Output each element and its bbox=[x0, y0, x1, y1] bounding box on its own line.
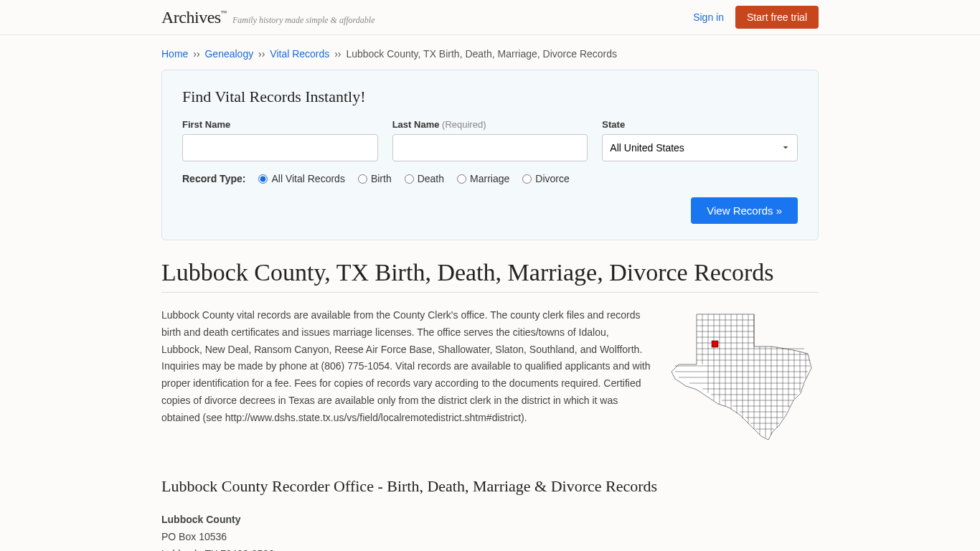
search-box: Find Vital Records Instantly! First Name… bbox=[161, 70, 819, 240]
radio-marriage-input[interactable] bbox=[457, 174, 466, 184]
radio-marriage[interactable]: Marriage bbox=[457, 173, 509, 184]
address-block: Lubbock County PO Box 10536 Lubbock, TX … bbox=[161, 512, 819, 551]
breadcrumb-sep: ›› bbox=[193, 48, 199, 60]
state-select[interactable]: All United States bbox=[602, 134, 798, 161]
address-po: PO Box 10536 bbox=[161, 529, 819, 546]
last-name-label: Last Name (Required) bbox=[392, 119, 588, 130]
logo[interactable]: Archives™ bbox=[161, 8, 227, 27]
breadcrumb-sep: ›› bbox=[334, 48, 341, 60]
address-name: Lubbock County bbox=[161, 512, 819, 529]
start-trial-button[interactable]: Start free trial bbox=[735, 6, 819, 29]
first-name-input[interactable] bbox=[182, 134, 378, 161]
last-name-input[interactable] bbox=[392, 134, 588, 161]
radio-death[interactable]: Death bbox=[405, 173, 444, 184]
breadcrumb-home[interactable]: Home bbox=[161, 48, 188, 60]
record-type-label: Record Type: bbox=[182, 173, 245, 184]
lubbock-county-marker bbox=[712, 341, 718, 347]
radio-death-input[interactable] bbox=[405, 174, 414, 184]
view-records-button[interactable]: View Records » bbox=[691, 197, 798, 224]
breadcrumb-sep: ›› bbox=[258, 48, 265, 60]
content-row: Lubbock County vital records are availab… bbox=[161, 307, 819, 453]
site-header: Archives™ Family history made simple & a… bbox=[0, 0, 980, 35]
radio-divorce-input[interactable] bbox=[522, 174, 532, 184]
intro-text: Lubbock County vital records are availab… bbox=[161, 307, 651, 453]
recorder-title: Lubbock County Recorder Office - Birth, … bbox=[161, 477, 819, 496]
breadcrumb-current: Lubbock County, TX Birth, Death, Marriag… bbox=[346, 48, 617, 60]
radio-divorce[interactable]: Divorce bbox=[522, 173, 569, 184]
page-title: Lubbock County, TX Birth, Death, Marriag… bbox=[161, 259, 819, 293]
radio-all[interactable]: All Vital Records bbox=[258, 173, 344, 184]
first-name-group: First Name bbox=[182, 119, 378, 161]
breadcrumb: Home ›› Genealogy ›› Vital Records ›› Lu… bbox=[161, 35, 819, 70]
header-actions: Sign in Start free trial bbox=[693, 6, 819, 29]
state-label: State bbox=[602, 119, 798, 130]
last-name-group: Last Name (Required) bbox=[392, 119, 588, 161]
texas-map-icon bbox=[668, 307, 819, 451]
breadcrumb-genealogy[interactable]: Genealogy bbox=[204, 48, 253, 60]
logo-area: Archives™ Family history made simple & a… bbox=[161, 8, 375, 27]
breadcrumb-vital[interactable]: Vital Records bbox=[270, 48, 329, 60]
address-city: Lubbock, TX 79408-0536 bbox=[161, 546, 819, 551]
record-type-row: Record Type: All Vital Records Birth Dea… bbox=[182, 173, 798, 184]
radio-all-input[interactable] bbox=[258, 174, 268, 184]
tagline: Family history made simple & affordable bbox=[232, 15, 375, 26]
texas-map bbox=[668, 307, 819, 453]
radio-birth-input[interactable] bbox=[358, 174, 367, 184]
first-name-label: First Name bbox=[182, 119, 378, 130]
state-group: State All United States bbox=[602, 119, 798, 161]
search-title: Find Vital Records Instantly! bbox=[182, 88, 798, 106]
radio-birth[interactable]: Birth bbox=[358, 173, 392, 184]
signin-link[interactable]: Sign in bbox=[693, 11, 724, 23]
